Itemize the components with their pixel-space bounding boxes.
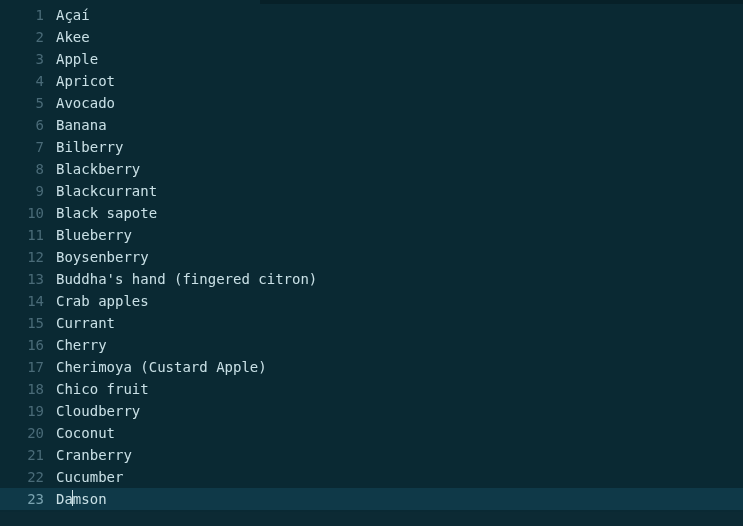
editor-line[interactable]: 1Açaí xyxy=(0,4,743,26)
editor-line[interactable]: 11Blueberry xyxy=(0,224,743,246)
line-content[interactable]: Avocado xyxy=(52,92,743,114)
editor-line[interactable]: 12Boysenberry xyxy=(0,246,743,268)
line-number: 23 xyxy=(0,488,52,510)
editor-line[interactable]: 20Coconut xyxy=(0,422,743,444)
line-number: 9 xyxy=(0,180,52,202)
line-content[interactable]: Cranberry xyxy=(52,444,743,466)
line-number: 22 xyxy=(0,466,52,488)
line-content[interactable]: Black sapote xyxy=(52,202,743,224)
editor-line[interactable]: 10Black sapote xyxy=(0,202,743,224)
line-number: 7 xyxy=(0,136,52,158)
editor-line[interactable]: 3Apple xyxy=(0,48,743,70)
line-number: 15 xyxy=(0,312,52,334)
text-cursor xyxy=(72,490,73,506)
line-number: 12 xyxy=(0,246,52,268)
line-number: 10 xyxy=(0,202,52,224)
text-editor[interactable]: 1Açaí2Akee3Apple4Apricot5Avocado6Banana7… xyxy=(0,4,743,526)
line-content[interactable]: Açaí xyxy=(52,4,743,26)
line-content[interactable]: Banana xyxy=(52,114,743,136)
editor-line[interactable]: 6Banana xyxy=(0,114,743,136)
editor-line[interactable]: 22Cucumber xyxy=(0,466,743,488)
line-content[interactable]: Crab apples xyxy=(52,290,743,312)
editor-line[interactable]: 5Avocado xyxy=(0,92,743,114)
editor-line[interactable]: 15Currant xyxy=(0,312,743,334)
line-content[interactable]: Akee xyxy=(52,26,743,48)
editor-line[interactable]: 13Buddha's hand (fingered citron) xyxy=(0,268,743,290)
line-content[interactable]: Damson xyxy=(52,488,743,510)
line-number: 4 xyxy=(0,70,52,92)
line-content[interactable]: Apple xyxy=(52,48,743,70)
line-number: 11 xyxy=(0,224,52,246)
line-content[interactable]: Cucumber xyxy=(52,466,743,488)
line-number: 20 xyxy=(0,422,52,444)
line-content[interactable]: Blackcurrant xyxy=(52,180,743,202)
line-content[interactable]: Cherry xyxy=(52,334,743,356)
line-content[interactable]: Blackberry xyxy=(52,158,743,180)
editor-line[interactable]: 7Bilberry xyxy=(0,136,743,158)
line-content[interactable]: Cloudberry xyxy=(52,400,743,422)
editor-line[interactable]: 17Cherimoya (Custard Apple) xyxy=(0,356,743,378)
line-number: 8 xyxy=(0,158,52,180)
line-content[interactable]: Apricot xyxy=(52,70,743,92)
status-bar xyxy=(0,512,743,526)
line-number: 13 xyxy=(0,268,52,290)
line-number: 3 xyxy=(0,48,52,70)
editor-line[interactable]: 9Blackcurrant xyxy=(0,180,743,202)
editor-line[interactable]: 19Cloudberry xyxy=(0,400,743,422)
editor-line[interactable]: 18Chico fruit xyxy=(0,378,743,400)
line-content[interactable]: Coconut xyxy=(52,422,743,444)
editor-line[interactable]: 21Cranberry xyxy=(0,444,743,466)
line-content[interactable]: Boysenberry xyxy=(52,246,743,268)
line-number: 5 xyxy=(0,92,52,114)
editor-line[interactable]: 2Akee xyxy=(0,26,743,48)
line-number: 6 xyxy=(0,114,52,136)
line-content[interactable]: Bilberry xyxy=(52,136,743,158)
line-number: 14 xyxy=(0,290,52,312)
line-content[interactable]: Chico fruit xyxy=(52,378,743,400)
line-number: 19 xyxy=(0,400,52,422)
editor-line[interactable]: 8Blackberry xyxy=(0,158,743,180)
editor-line[interactable]: 16Cherry xyxy=(0,334,743,356)
editor-line[interactable]: 4Apricot xyxy=(0,70,743,92)
line-content[interactable]: Cherimoya (Custard Apple) xyxy=(52,356,743,378)
editor-line[interactable]: 14Crab apples xyxy=(0,290,743,312)
line-number: 2 xyxy=(0,26,52,48)
line-number: 18 xyxy=(0,378,52,400)
line-number: 16 xyxy=(0,334,52,356)
line-content[interactable]: Currant xyxy=(52,312,743,334)
line-content[interactable]: Blueberry xyxy=(52,224,743,246)
line-number: 1 xyxy=(0,4,52,26)
line-number: 21 xyxy=(0,444,52,466)
line-number: 17 xyxy=(0,356,52,378)
editor-line[interactable]: 23Damson xyxy=(0,488,743,510)
line-content[interactable]: Buddha's hand (fingered citron) xyxy=(52,268,743,290)
